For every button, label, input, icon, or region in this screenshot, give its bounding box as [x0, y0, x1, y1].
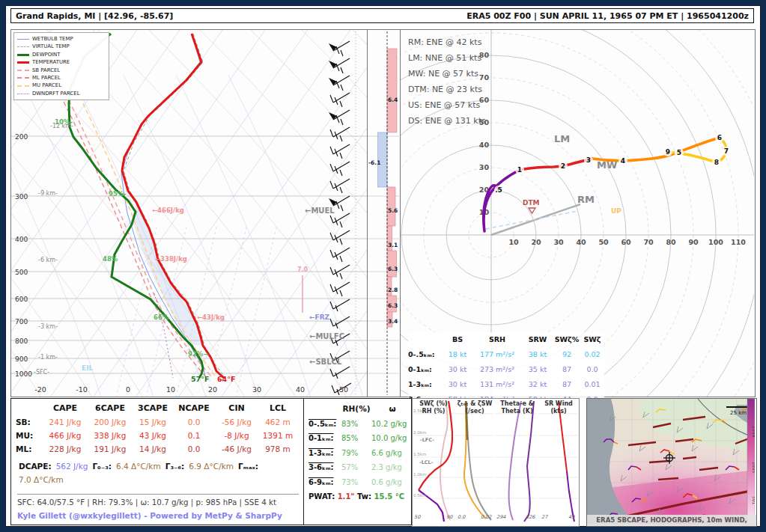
svg-text:1005: 1005: [752, 462, 755, 473]
surface-obs-line: SFC: 64.0/57.5 °F | RH: 79.3% | ω: 10.7 …: [17, 494, 299, 507]
svg-text:100: 100: [708, 238, 723, 246]
svg-text:-SFC-: -SFC-: [34, 369, 49, 376]
cell: 978 m: [258, 442, 297, 456]
cell: 87: [553, 377, 580, 392]
dcape-label: DCAPE:: [19, 462, 52, 471]
temp-axis-labels: -20 -10 0 10 20 30 40 50: [34, 385, 348, 394]
svg-text:6: 6: [717, 134, 722, 141]
sbparcel-swatch: [17, 70, 29, 71]
cell: 79%: [341, 446, 371, 461]
ml-row-label: ML:: [16, 442, 43, 456]
svg-text:900: 900: [15, 355, 28, 363]
cell: 273 m²/s²: [472, 362, 522, 377]
pwat-label: PWAT:: [308, 492, 335, 501]
row-label: 6-9ₖₘ:: [308, 475, 341, 490]
svg-text:30: 30: [553, 238, 564, 246]
col-rh: RH(%): [341, 402, 371, 417]
cell: 35 kt: [522, 362, 553, 377]
inset4-x1: 49: [568, 514, 575, 520]
svg-text:5.6: 5.6: [388, 207, 398, 214]
svg-text:-20: -20: [34, 385, 46, 394]
sfc-dewpoint-value: 57°F: [191, 375, 209, 383]
inset2-canvas: 0.0 0.02: [454, 399, 494, 525]
inset3-canvas: 294 326: [496, 399, 537, 525]
cell: 15 J/kg: [133, 415, 173, 429]
svg-text:1.0km: 1.0km: [413, 472, 426, 477]
dcape-value: 562 J/kg: [56, 462, 88, 471]
lcl-marker: -LCL-: [419, 459, 434, 465]
dewpoint-swatch: [17, 54, 29, 56]
skewt-panel: 200 300 400 500 600 700 800 900 1000 -12…: [10, 29, 368, 397]
inset1-title: SWζ (%): [419, 400, 447, 407]
pwat-value: 1.1": [338, 492, 355, 501]
inset1-subtitle: RH (%): [422, 408, 446, 415]
svg-text:.5: .5: [495, 186, 502, 194]
run-title: ERA5 00Z F00 | SUN APRIL 11, 1965 07 PM …: [466, 11, 749, 21]
rh-profile-line: [440, 401, 450, 520]
cell: -46 J/kg: [215, 442, 258, 456]
wetbulb-swatch: [17, 39, 29, 40]
svg-text:9: 9: [666, 148, 670, 156]
inset3-subtitle: Theta (K): [501, 408, 532, 415]
inset1-x1: 90: [446, 514, 453, 520]
frz-label: ←FRZ: [309, 314, 330, 321]
col-srw: SRW: [522, 332, 553, 347]
ds-info: DS: ENE @ 131 kts: [408, 113, 486, 129]
cell: 10.0 g/kg: [371, 431, 413, 446]
cell: 0.0: [580, 362, 604, 377]
cell: 338 J/kg: [88, 429, 133, 442]
seven-label: 7.0: [297, 266, 308, 273]
cell: 241 J/kg: [43, 415, 88, 429]
svg-text:80: 80: [666, 238, 676, 246]
muparcel-swatch: [17, 85, 29, 87]
row-label: 1-3ₖₘ:: [408, 377, 443, 392]
cell: -8 J/kg: [215, 429, 258, 442]
cape466-label: ←466J/kg: [152, 207, 184, 214]
gammamax-value: 7.0 Δ°C/km: [19, 475, 64, 484]
svg-text:70: 70: [643, 238, 654, 246]
svg-text:3: 3: [586, 156, 591, 164]
cape-table: CAPE 6CAPE 3CAPE NCAPE CIN LCL SB: 241 J…: [11, 399, 303, 456]
dtm-marker-icon: [529, 208, 535, 213]
svg-text:200: 200: [15, 133, 28, 141]
col-ncape: NCAPE: [173, 402, 215, 415]
sb-row-label: SB:: [16, 415, 43, 429]
gammamax-label: Γₘₐₓ:: [238, 462, 258, 471]
col-6cape: 6CAPE: [88, 402, 133, 415]
cell: 87: [553, 362, 580, 377]
row-label: 1-3ₖₘ:: [308, 446, 341, 461]
cell: 0.6 g/kg: [371, 475, 413, 490]
rh10-label: 10%-: [55, 118, 73, 126]
cell: 10.2 g/kg: [371, 417, 413, 432]
svg-text:6.3: 6.3: [388, 266, 398, 272]
inset1-canvas: 2.5km 2.0km 1.5km 1.0km 0.5km -LFC- -LCL…: [413, 399, 453, 525]
svg-text:30: 30: [252, 385, 261, 394]
cell: 131 m²/s²: [472, 377, 522, 392]
eil-label: EIL: [82, 364, 93, 372]
col-srh: SRH: [472, 332, 522, 347]
inset1-height-labels: 2.5km 2.0km 1.5km 1.0km 0.5km: [413, 409, 426, 498]
svg-text:20: 20: [208, 385, 217, 394]
legend-sbparcel: SB PARCEL: [32, 67, 60, 74]
svg-text:1509: 1509: [752, 426, 755, 437]
rh92-label: 92%→: [188, 350, 208, 358]
inset3-x0: 294: [496, 514, 506, 520]
svg-text:0.5km: 0.5km: [413, 493, 426, 498]
svg-text:1000: 1000: [15, 370, 32, 378]
map-inset: 25 km 1509 1005 501 ERA5 SBCAPE, HODOGRA…: [586, 398, 757, 527]
svg-text:90: 90: [688, 238, 699, 246]
gamma36-value: 6.9 Δ°C/km: [189, 462, 234, 471]
inset2-x1: 0.02: [481, 514, 492, 520]
cell: 462 m: [258, 415, 297, 429]
svg-text:-3 km-: -3 km-: [38, 323, 58, 330]
row-label: 0-.5ₖₘ:: [308, 417, 341, 432]
legend-dwndrft: DWNDRFT PARCEL: [32, 90, 80, 97]
us-info: US: ENE @ 57 kts: [408, 97, 486, 113]
col-cin: CIN: [215, 402, 258, 415]
rh48-label: 48%: [103, 255, 118, 263]
header-bar: Grand Rapids, MI | [42.96, -85.67] ERA5 …: [10, 8, 754, 23]
cell: 6.6 g/kg: [371, 446, 413, 461]
zeta-tot-line: [466, 401, 491, 520]
svg-text:40: 40: [479, 141, 490, 149]
theta-inset: Theta-e &Theta (K) 294 326: [496, 398, 539, 527]
